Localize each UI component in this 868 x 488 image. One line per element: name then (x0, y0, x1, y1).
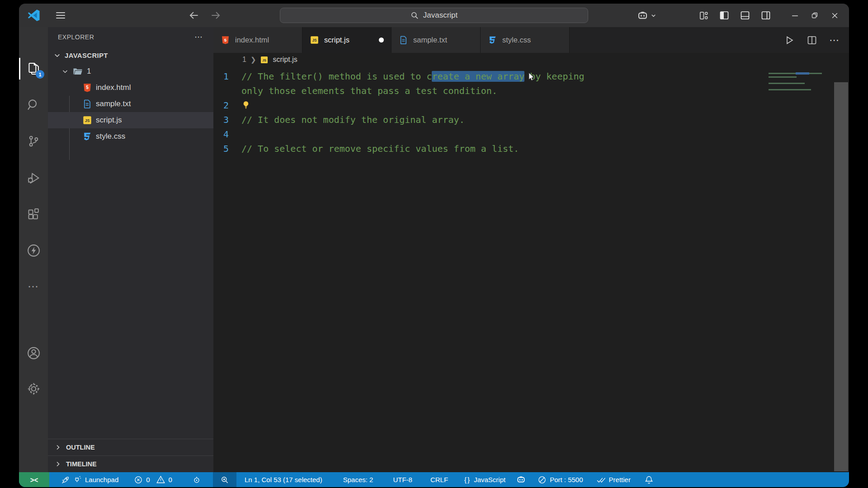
explorer-header-label: EXPLORER (58, 33, 94, 41)
tab-script-js[interactable]: JS script.js (302, 27, 392, 53)
explorer-badge: 1 (36, 70, 44, 79)
editor-group: 5 index.html JS script.js (213, 27, 849, 472)
breadcrumb-folder[interactable]: 1 (242, 56, 246, 64)
screencast-target-icon[interactable] (192, 475, 201, 484)
code-line-4: 4 (213, 127, 849, 141)
toggle-panel-icon[interactable] (740, 10, 750, 21)
search-activity-icon[interactable] (19, 92, 48, 117)
errors-count: 0 (146, 476, 150, 483)
code-line-2: 2 (213, 98, 849, 113)
braces-icon: {} (464, 476, 471, 483)
unsaved-dot-icon[interactable] (379, 38, 384, 42)
lightbulb-icon[interactable] (241, 100, 250, 110)
run-button[interactable] (784, 35, 795, 46)
account-icon[interactable] (19, 340, 48, 366)
warnings-count: 0 (169, 476, 172, 483)
line-number: 2 (213, 98, 241, 113)
timeline-section-header[interactable]: TIMELINE (48, 455, 213, 472)
svg-text:JS: JS (85, 118, 90, 123)
zoom-status-item[interactable] (213, 472, 236, 487)
source-control-activity-icon[interactable] (19, 128, 48, 154)
copilot-status-item[interactable] (516, 475, 526, 484)
chevron-down-icon (61, 68, 69, 75)
settings-gear-icon[interactable] (19, 376, 48, 401)
more-views-ellipsis-icon[interactable]: ⋯ (19, 274, 48, 299)
encoding-status-item[interactable]: UTF-8 (393, 476, 412, 483)
mouse-cursor (528, 72, 535, 82)
menu-hamburger-icon[interactable] (54, 9, 67, 22)
copilot-menu-button[interactable] (637, 10, 657, 21)
run-debug-activity-icon[interactable] (19, 165, 48, 191)
restore-button[interactable] (805, 6, 825, 24)
tab-style-css[interactable]: style.css (481, 27, 570, 53)
tab-label: style.css (502, 36, 531, 44)
minimap[interactable] (769, 73, 828, 93)
tab-sample-txt[interactable]: sample.txt (392, 27, 481, 53)
tab-index-html[interactable]: 5 index.html (213, 27, 302, 53)
code-line-1-wrap: only those elements that pass a test con… (213, 84, 849, 98)
line-number: 1 (213, 69, 241, 84)
code-line-5: 5 // To select or remove specific values… (213, 141, 849, 156)
file-row-style-css[interactable]: style.css (48, 128, 213, 145)
eol-status-item[interactable]: CRLF (430, 476, 448, 483)
js-file-icon: JS (260, 56, 269, 64)
project-root-label: JAVASCRIPT (65, 52, 108, 59)
extensions-activity-icon[interactable] (19, 202, 48, 227)
explorer-sidebar: EXPLORER ⋯ JAVASCRIPT 1 5 (48, 27, 213, 472)
breadcrumb-file[interactable]: script.js (273, 56, 297, 64)
editor-scrollbar[interactable] (834, 82, 848, 471)
problems-status-item[interactable]: 0 0 (134, 475, 172, 484)
search-text: Javascript (423, 11, 458, 20)
html-file-icon: 5 (221, 35, 230, 45)
explorer-more-actions-icon[interactable]: ⋯ (194, 32, 203, 42)
minimize-button[interactable] (785, 6, 805, 24)
indentation-label: Spaces: 2 (343, 476, 373, 483)
outline-section-header[interactable]: OUTLINE (48, 439, 213, 455)
split-editor-button[interactable] (807, 35, 817, 46)
customize-layout-icon[interactable] (698, 10, 709, 21)
svg-text:JS: JS (312, 38, 317, 42)
html-file-icon: 5 (82, 83, 92, 93)
close-button[interactable] (825, 6, 844, 24)
eol-label: CRLF (430, 476, 448, 483)
remote-icon: >< (30, 475, 38, 484)
launchpad-status-item[interactable]: Launchpad (61, 475, 118, 484)
double-check-icon (596, 475, 606, 484)
live-server-lightning-icon[interactable] (19, 238, 48, 263)
notifications-bell-icon[interactable] (644, 475, 654, 484)
scrollbar-thumb[interactable] (834, 82, 848, 471)
breadcrumb-chevron-icon: ❯ (250, 56, 256, 64)
toggle-secondary-sidebar-icon[interactable] (760, 10, 771, 21)
tab-bar: 5 index.html JS script.js (213, 27, 849, 53)
file-row-sample-txt[interactable]: sample.txt (48, 96, 213, 112)
explorer-activity-icon[interactable]: 1 (19, 56, 48, 81)
file-row-index-html[interactable]: 5 index.html (48, 80, 213, 96)
css-file-icon (488, 35, 497, 45)
tab-label: script.js (324, 36, 349, 44)
remote-indicator[interactable]: >< (19, 472, 49, 487)
command-center-search[interactable]: Javascript (280, 8, 588, 23)
svg-text:JS: JS (262, 58, 266, 62)
code-area[interactable]: 1 // The filter() method is used to crea… (213, 66, 849, 472)
formatter-status-item[interactable]: Prettier (596, 475, 631, 484)
line-number: 3 (213, 113, 241, 127)
back-arrow-icon[interactable] (187, 9, 201, 22)
encoding-label: UTF-8 (393, 476, 412, 483)
file-label: script.js (96, 116, 122, 125)
folder-row[interactable]: 1 (48, 63, 213, 80)
line-number: 5 (213, 141, 241, 156)
breadcrumb: 1 ❯ JS script.js (213, 53, 849, 66)
file-row-script-js[interactable]: JS script.js (48, 112, 213, 128)
chevron-down-icon (650, 12, 657, 19)
port-status-item[interactable]: Port : 5500 (538, 475, 583, 484)
tab-label: sample.txt (413, 36, 447, 44)
project-root-row[interactable]: JAVASCRIPT (48, 47, 213, 63)
forward-arrow-icon[interactable] (209, 9, 222, 22)
language-status-item[interactable]: {} JavaScript (464, 476, 505, 483)
js-file-icon: JS (82, 115, 92, 125)
toggle-primary-sidebar-icon[interactable] (719, 10, 730, 21)
more-actions-icon[interactable]: ⋯ (829, 34, 840, 46)
folder-open-icon (72, 66, 83, 77)
cursor-position-status-item[interactable]: Ln 1, Col 53 (17 selected) (245, 476, 322, 483)
indentation-status-item[interactable]: Spaces: 2 (343, 476, 373, 483)
